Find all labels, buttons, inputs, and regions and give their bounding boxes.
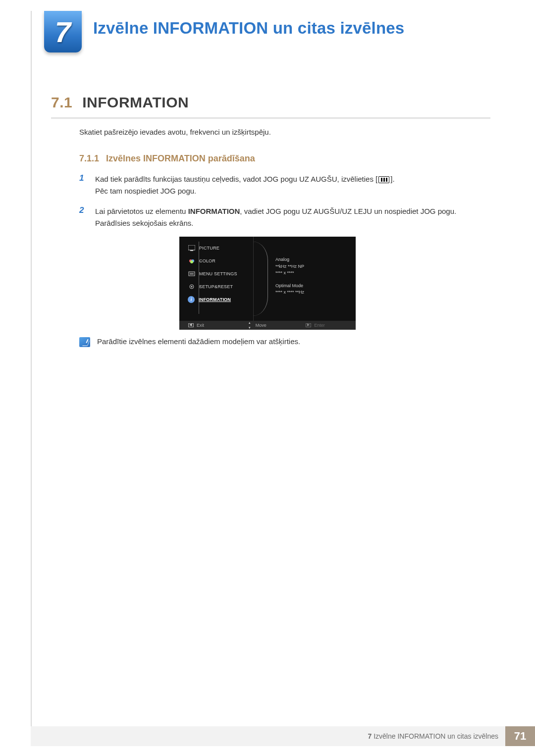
menu-icon	[378, 176, 389, 183]
osd-menu: PICTURE COLOR MENU SETTINGS SETUP&RESET	[179, 237, 254, 321]
svg-rect-1	[190, 250, 193, 251]
section-number: 7.1	[51, 94, 72, 111]
step-text: Lai pārvietotos uz elementu INFORMATION,…	[95, 205, 490, 229]
osd-footer-move: Move	[238, 323, 297, 328]
menu-settings-icon	[188, 271, 195, 277]
osd-item-picture: PICTURE	[179, 242, 253, 254]
section-title: INFORMATION	[82, 94, 189, 111]
subsection-number: 7.1.1	[79, 153, 99, 164]
section-rule	[51, 117, 490, 119]
chapter-number: 7	[55, 15, 71, 49]
osd-body: PICTURE COLOR MENU SETTINGS SETUP&RESET	[179, 237, 356, 321]
note-text: Parādītie izvēlnes elementi dažādiem mod…	[97, 337, 300, 346]
osd-info-text: Analog **kHz **Hz NP **** x **** Optimal…	[275, 256, 304, 296]
updown-icon	[247, 323, 253, 328]
osd-info-panel: Analog **kHz **Hz NP **** x **** Optimal…	[254, 237, 356, 321]
step-2: 2 Lai pārvietotos uz elementu INFORMATIO…	[79, 205, 490, 229]
subsection-title: Izvēlnes INFORMATION parādīšana	[106, 153, 255, 164]
svg-rect-5	[189, 272, 195, 276]
section-intro: Skatiet pašreizējo ievades avotu, frekve…	[79, 128, 271, 136]
left-icon	[188, 323, 194, 327]
chapter-tab: 7	[44, 11, 82, 52]
right-icon	[306, 323, 311, 327]
osd-item-information: i INFORMATION	[179, 293, 253, 306]
setup-reset-icon	[188, 284, 195, 290]
information-icon: i	[188, 296, 195, 303]
step-number: 1	[79, 173, 88, 197]
step-text: Kad tiek parādīts funkcijas taustiņu ceļ…	[95, 173, 490, 197]
osd-item-setup-reset: SETUP&RESET	[179, 280, 253, 293]
svg-point-4	[190, 260, 193, 263]
chapter-title: Izvēlne INFORMATION un citas izvēlnes	[93, 19, 404, 38]
osd-item-menu-settings: MENU SETTINGS	[179, 267, 253, 280]
note: Parādītie izvēlnes elementi dažādiem mod…	[79, 337, 490, 347]
picture-icon	[188, 245, 195, 251]
osd-item-color: COLOR	[179, 254, 253, 267]
osd-screenshot: PICTURE COLOR MENU SETTINGS SETUP&RESET	[179, 237, 356, 330]
side-rule	[31, 11, 32, 727]
svg-point-9	[191, 286, 193, 288]
osd-curve-line	[253, 242, 268, 316]
osd-footer: Exit Move Enter	[179, 321, 356, 330]
step-1: 1 Kad tiek parādīts funkcijas taustiņu c…	[79, 173, 490, 197]
svg-rect-0	[188, 245, 195, 250]
color-icon	[188, 258, 195, 264]
manual-page: 7 Izvēlne INFORMATION un citas izvēlnes …	[0, 0, 535, 756]
step-number: 2	[79, 205, 88, 229]
page-number: 71	[505, 726, 535, 746]
osd-footer-exit: Exit	[179, 323, 238, 328]
note-icon	[79, 337, 90, 347]
footer-chapter-ref: 7 Izvēlne INFORMATION un citas izvēlnes	[31, 726, 505, 746]
section-heading: 7.1 INFORMATION	[51, 94, 189, 111]
subsection-heading: 7.1.1 Izvēlnes INFORMATION parādīšana	[79, 153, 255, 164]
page-footer: 7 Izvēlne INFORMATION un citas izvēlnes …	[31, 726, 535, 746]
osd-footer-enter: Enter	[297, 323, 356, 328]
